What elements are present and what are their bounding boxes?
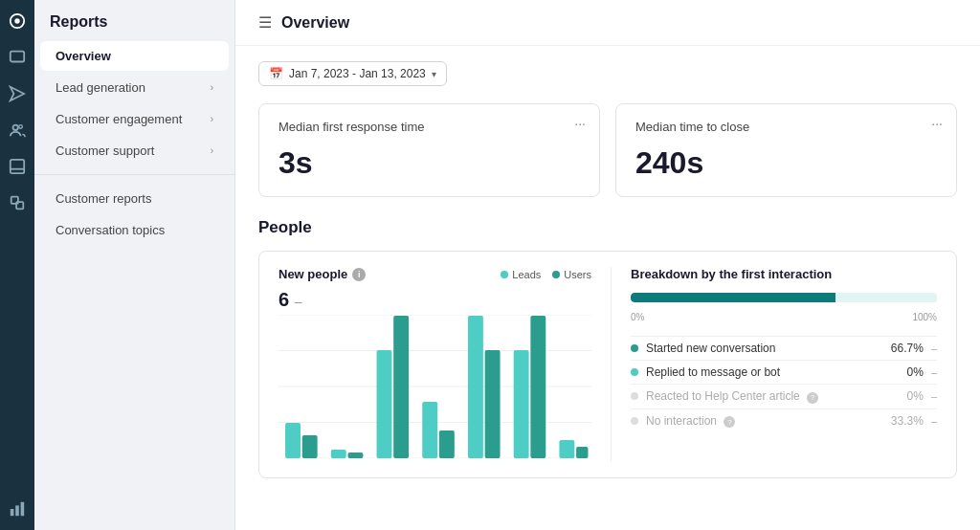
svg-rect-31	[485, 350, 501, 458]
breakdown-row-0: Started new conversation 66.7% –	[631, 336, 937, 360]
sidebar-item-label: Customer reports	[56, 191, 151, 206]
inbox-icon[interactable]	[8, 157, 27, 176]
chart-divider	[611, 267, 612, 462]
page-title: Overview	[281, 14, 349, 32]
sidebar-item-lead-generation[interactable]: Lead generation ›	[40, 73, 229, 102]
breakdown-label-0: Started new conversation	[646, 342, 889, 355]
send-icon[interactable]	[8, 84, 27, 103]
breakdown-label-3: No interaction ?	[646, 414, 889, 429]
date-filter[interactable]: 📅 Jan 7, 2023 - Jan 13, 2023 ▾	[258, 61, 447, 86]
chart-icon[interactable]	[8, 499, 27, 519]
breakdown-pct-1: 0%	[889, 365, 924, 379]
chevron-right-icon: ›	[211, 82, 213, 93]
sidebar-item-overview[interactable]: Overview	[40, 41, 229, 71]
metric-card-title-1: Median time to close	[635, 120, 937, 134]
people-icon[interactable]	[8, 121, 27, 140]
breakdown-dash-3: –	[931, 415, 937, 427]
breakdown-dot-3	[631, 417, 638, 425]
svg-rect-28	[422, 402, 437, 458]
calendar-icon: 📅	[269, 67, 283, 80]
svg-marker-3	[11, 87, 24, 100]
breakdown-row-1: Replied to message or bot 0% –	[631, 360, 937, 384]
breakdown: Breakdown by the first interaction 0% 10…	[631, 267, 937, 462]
metric-card-1: Median time to close 240s ···	[615, 103, 957, 197]
svg-rect-26	[377, 350, 392, 458]
sidebar: Reports Overview Lead generation › Custo…	[34, 0, 235, 530]
help-icon-3: ?	[724, 416, 735, 428]
tag-icon[interactable]	[8, 193, 27, 212]
svg-rect-24	[331, 450, 346, 458]
breakdown-label-2: Reacted to Help Center article ?	[646, 389, 889, 404]
sidebar-divider	[34, 174, 234, 175]
main-content: ☰ Overview 📅 Jan 7, 2023 - Jan 13, 2023 …	[235, 0, 980, 530]
sidebar-item-customer-engagement[interactable]: Customer engagement ›	[40, 104, 229, 134]
svg-point-5	[19, 125, 23, 129]
info-icon: i	[352, 268, 366, 281]
sidebar-item-conversation-topics[interactable]: Conversation topics	[40, 215, 229, 245]
svg-point-1	[14, 18, 19, 23]
chart-peak: 6 –	[278, 289, 591, 311]
svg-rect-25	[347, 453, 363, 458]
sidebar-item-customer-support[interactable]: Customer support ›	[40, 136, 229, 166]
chart-title-row: New people i Leads Users	[278, 267, 591, 281]
breakdown-title: Breakdown by the first interaction	[631, 267, 937, 281]
chart-container: New people i Leads Users	[258, 251, 957, 478]
metric-cards: Median first response time 3s ··· Median…	[258, 103, 957, 197]
svg-rect-29	[439, 431, 455, 458]
legend-dot-leads	[501, 271, 508, 278]
svg-rect-2	[11, 52, 24, 62]
breakdown-pct-start: 0%	[631, 312, 644, 322]
svg-point-4	[13, 125, 18, 130]
svg-rect-32	[514, 350, 529, 458]
breakdown-pct-2: 0%	[889, 389, 924, 403]
chevron-right-icon: ›	[211, 145, 213, 156]
help-icon-2: ?	[807, 392, 818, 404]
breakdown-dash-0: –	[931, 342, 937, 354]
legend-item-users: Users	[552, 269, 591, 280]
svg-rect-30	[468, 316, 483, 458]
sidebar-title: Reports	[34, 0, 234, 40]
breakdown-row-2: Reacted to Help Center article ? 0% –	[631, 384, 937, 409]
svg-rect-34	[559, 440, 574, 458]
breakdown-dash-2: –	[931, 390, 937, 402]
legend-label-users: Users	[564, 269, 591, 280]
chart-legend: Leads Users	[501, 269, 591, 280]
legend-item-leads: Leads	[501, 269, 541, 280]
svg-rect-6	[11, 160, 24, 173]
breakdown-dot-0	[631, 344, 638, 352]
nav-icon-bar	[0, 0, 34, 530]
svg-rect-35	[576, 447, 588, 458]
metric-card-menu-1[interactable]: ···	[931, 116, 943, 131]
legend-dot-users	[552, 271, 560, 278]
svg-rect-10	[11, 509, 14, 516]
breakdown-bar	[631, 293, 937, 302]
metric-card-menu-0[interactable]: ···	[574, 116, 586, 131]
svg-rect-22	[285, 423, 301, 458]
main-body: 📅 Jan 7, 2023 - Jan 13, 2023 ▾ Median fi…	[235, 46, 980, 494]
legend-label-leads: Leads	[512, 269, 541, 280]
chevron-right-icon: ›	[211, 114, 213, 124]
svg-rect-11	[15, 505, 19, 516]
breakdown-pct-3: 33.3%	[889, 414, 924, 428]
sidebar-item-label: Customer engagement	[56, 112, 182, 126]
hamburger-icon: ☰	[258, 13, 272, 32]
breakdown-pct-end: 100%	[912, 312, 937, 322]
breakdown-dot-1	[631, 368, 638, 376]
svg-rect-27	[393, 316, 409, 458]
chat-icon[interactable]	[8, 48, 27, 67]
breakdown-pct-0: 66.7%	[889, 342, 924, 355]
sidebar-item-label: Customer support	[56, 144, 154, 158]
chart-title: New people i	[278, 267, 366, 281]
chart-left: New people i Leads Users	[278, 267, 591, 462]
sidebar-item-customer-reports[interactable]: Customer reports	[40, 184, 229, 213]
svg-rect-12	[21, 502, 25, 516]
breakdown-dot-2	[631, 392, 638, 400]
home-icon[interactable]	[8, 11, 27, 31]
bar-chart-svg: 4 3 2 1	[278, 315, 591, 458]
breakdown-row-3: No interaction ? 33.3% –	[631, 409, 937, 433]
metric-card-0: Median first response time 3s ···	[258, 103, 600, 197]
sidebar-item-label: Lead generation	[56, 80, 145, 95]
svg-rect-23	[302, 435, 318, 458]
chevron-down-icon: ▾	[432, 69, 436, 79]
breakdown-label-1: Replied to message or bot	[646, 365, 889, 379]
